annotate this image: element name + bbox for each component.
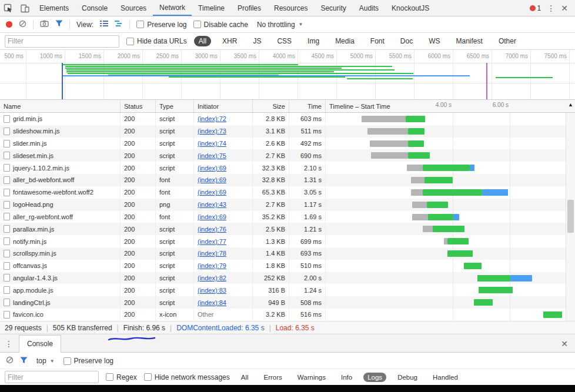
table-row[interactable]: landingCtrl.js200script(index):84949 B50…: [0, 296, 575, 309]
tab-console[interactable]: Console: [75, 0, 114, 16]
table-row[interactable]: parallax.min.js200script(index):762.5 KB…: [0, 223, 575, 235]
error-count-badge[interactable]: 1: [530, 4, 541, 12]
table-row[interactable]: grid.min.js200script(index):722.8 KB603 …: [0, 113, 575, 125]
throttling-select[interactable]: No throttling ▼: [255, 21, 306, 29]
request-name-cell[interactable]: slider.min.js: [0, 138, 121, 150]
drawer-close-icon[interactable]: ✕: [554, 340, 575, 348]
console-clear-icon[interactable]: [6, 356, 14, 366]
request-initiator-link[interactable]: (index):69: [198, 213, 226, 220]
request-name-cell[interactable]: aller_rg-webfont.woff: [0, 211, 121, 223]
request-initiator-link[interactable]: (index):73: [198, 128, 226, 135]
inspect-element-icon[interactable]: [0, 0, 16, 16]
table-row[interactable]: fontawesome-webfont.woff2200font(index):…: [0, 186, 575, 199]
request-initiator-link[interactable]: (index):69: [198, 176, 226, 183]
table-row[interactable]: logoHead.png200png(index):432.7 KB1.17 s: [0, 199, 575, 211]
type-filter-js[interactable]: JS: [248, 36, 266, 46]
drawer-tab-console[interactable]: Console: [19, 335, 61, 353]
vertical-scrollbar[interactable]: [566, 113, 575, 321]
view-list-icon[interactable]: [100, 20, 108, 29]
record-button[interactable]: [6, 21, 12, 28]
column-header-status[interactable]: Status: [121, 100, 156, 112]
request-initiator-link[interactable]: (index):79: [198, 262, 226, 269]
request-initiator-link[interactable]: (index):75: [198, 152, 226, 159]
console-filter-input[interactable]: [5, 371, 99, 383]
drawer-kebab-menu-icon[interactable]: ⋮: [0, 340, 18, 348]
console-level-info[interactable]: Info: [337, 373, 356, 382]
request-name-cell[interactable]: offcanvas.js: [0, 260, 121, 272]
screenshot-camera-icon[interactable]: [40, 20, 49, 29]
type-filter-img[interactable]: Img: [303, 36, 324, 46]
request-name-cell[interactable]: landingCtrl.js: [0, 296, 121, 309]
console-level-all[interactable]: All: [237, 373, 253, 382]
table-row[interactable]: angular-1.4.3.js200script(index):82252 K…: [0, 272, 575, 284]
request-initiator-link[interactable]: (index):76: [198, 226, 226, 233]
table-row[interactable]: favicon.ico200x-iconOther3.2 KB516 ms: [0, 309, 575, 321]
request-name-cell[interactable]: angular-1.4.3.js: [0, 272, 121, 284]
type-filter-font[interactable]: Font: [366, 36, 389, 46]
tab-audits[interactable]: Audits: [353, 0, 385, 16]
type-filter-manifest[interactable]: Manifest: [452, 36, 487, 46]
console-level-handled[interactable]: Handled: [429, 373, 462, 382]
tab-elements[interactable]: Elements: [33, 0, 75, 16]
kebab-menu-icon[interactable]: ⋮: [547, 4, 555, 12]
tab-security[interactable]: Security: [314, 0, 352, 16]
close-icon[interactable]: ✕: [561, 4, 568, 12]
request-initiator-link[interactable]: (index):77: [198, 238, 226, 245]
request-initiator-link[interactable]: (index):84: [198, 299, 226, 306]
console-level-warnings[interactable]: Warnings: [293, 373, 330, 382]
table-row[interactable]: app.module.js200script(index):83316 B1.2…: [0, 284, 575, 296]
overview-ruler[interactable]: 500 ms1000 ms1500 ms2000 ms2500 ms3000 m…: [0, 50, 575, 100]
request-name-cell[interactable]: notify.min.js: [0, 235, 121, 247]
request-initiator-link[interactable]: (index):69: [198, 165, 226, 172]
tab-resources[interactable]: Resources: [268, 0, 314, 16]
console-level-logs[interactable]: Logs: [363, 373, 386, 382]
network-filter-funnel-icon[interactable]: [55, 20, 63, 29]
tab-profiles[interactable]: Profiles: [231, 0, 268, 16]
regex-checkbox[interactable]: Regex: [106, 373, 137, 381]
request-name-cell[interactable]: scrollspy.min.js: [0, 247, 121, 260]
table-row[interactable]: offcanvas.js200script(index):791.8 KB510…: [0, 260, 575, 272]
console-filter-funnel-icon[interactable]: [20, 357, 28, 366]
column-header-name[interactable]: Name: [0, 100, 121, 112]
type-filter-ws[interactable]: WS: [424, 36, 444, 46]
request-name-cell[interactable]: logoHead.png: [0, 199, 121, 211]
request-name-cell[interactable]: grid.min.js: [0, 113, 121, 125]
column-header-initiator[interactable]: Initiator: [194, 100, 253, 112]
tab-timeline[interactable]: Timeline: [192, 0, 231, 16]
request-initiator-link[interactable]: (index):72: [198, 115, 226, 122]
request-initiator-link[interactable]: (index):78: [198, 250, 226, 257]
column-header-size[interactable]: Size: [253, 100, 289, 112]
console-level-debug[interactable]: Debug: [393, 373, 422, 382]
table-row[interactable]: jquery-1.10.2.min.js200script(index):693…: [0, 162, 575, 174]
request-name-cell[interactable]: jquery-1.10.2.min.js: [0, 162, 121, 174]
view-waterfall-icon[interactable]: [115, 20, 123, 29]
request-initiator-link[interactable]: (index):43: [198, 201, 226, 208]
scroll-up-arrow-icon[interactable]: ▲: [568, 102, 573, 108]
hide-data-urls-checkbox[interactable]: Hide data URLs: [126, 37, 187, 45]
type-filter-doc[interactable]: Doc: [396, 36, 417, 46]
request-name-cell[interactable]: slideset.min.js: [0, 149, 121, 162]
request-initiator-link[interactable]: (index):69: [198, 189, 226, 196]
request-initiator-link[interactable]: (index):82: [198, 274, 226, 282]
table-row[interactable]: slideset.min.js200script(index):752.7 KB…: [0, 149, 575, 162]
column-header-type[interactable]: Type: [156, 100, 194, 112]
scrollbar-thumb[interactable]: [567, 200, 574, 233]
table-row[interactable]: aller_rg-webfont.woff200font(index):6935…: [0, 211, 575, 223]
device-toolbar-icon[interactable]: [16, 0, 33, 16]
request-name-cell[interactable]: app.module.js: [0, 284, 121, 296]
request-name-cell[interactable]: favicon.ico: [0, 309, 121, 321]
type-filter-other[interactable]: Other: [494, 36, 521, 46]
type-filter-xhr[interactable]: XHR: [218, 36, 242, 46]
request-name-cell[interactable]: slideshow.min.js: [0, 125, 121, 138]
request-name-cell[interactable]: fontawesome-webfont.woff2: [0, 186, 121, 199]
request-name-cell[interactable]: aller_bd-webfont.woff: [0, 174, 121, 186]
execution-context-select[interactable]: top ▼: [34, 357, 57, 365]
disable-cache-checkbox[interactable]: Disable cache: [193, 21, 248, 29]
table-row[interactable]: slideshow.min.js200script(index):733.1 K…: [0, 125, 575, 138]
table-row[interactable]: notify.min.js200script(index):771.3 KB69…: [0, 235, 575, 247]
request-initiator-link[interactable]: (index):74: [198, 140, 226, 147]
request-initiator-link[interactable]: (index):83: [198, 287, 226, 294]
hide-network-messages-checkbox[interactable]: Hide network messages: [144, 373, 230, 381]
network-filter-input[interactable]: [5, 35, 119, 48]
tab-network[interactable]: Network: [153, 0, 192, 16]
